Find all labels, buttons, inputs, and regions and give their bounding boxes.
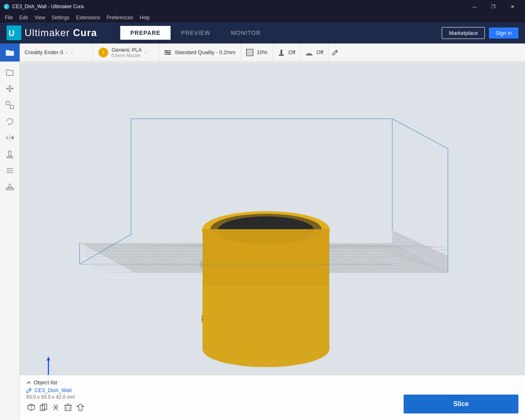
svg-rect-15: [279, 55, 284, 56]
logo-product: Cura: [70, 27, 97, 38]
save-icon: [76, 403, 84, 411]
object-flip-icon[interactable]: [51, 402, 61, 412]
svg-rect-33: [9, 151, 11, 156]
object-list-label: Object list: [34, 379, 57, 386]
svg-line-105: [30, 389, 31, 390]
signin-button[interactable]: Sign in: [489, 27, 518, 39]
device-section: Creality Ender-3 ‹ ›: [20, 43, 94, 61]
svg-rect-34: [7, 157, 13, 158]
open-file-button[interactable]: [2, 65, 17, 80]
svg-marker-32: [11, 136, 14, 140]
menu-help[interactable]: Help: [137, 14, 153, 21]
plate-button[interactable]: [2, 180, 17, 194]
app-icon: C: [3, 3, 10, 10]
object-cube-icon[interactable]: [26, 402, 36, 412]
infill-value: 10%: [257, 49, 267, 55]
support-tool-button[interactable]: [2, 147, 17, 162]
material-section[interactable]: ! Generic PLA 0.6mm Nozzle ‹: [94, 43, 159, 61]
svg-point-7: [165, 50, 167, 52]
support-icon: [278, 49, 285, 56]
device-arrow-right[interactable]: ›: [71, 50, 73, 55]
layer-icon: [5, 166, 14, 175]
material-info: Generic PLA 0.6mm Nozzle: [112, 47, 142, 58]
move-button[interactable]: [2, 81, 17, 96]
adhesion-icon: [306, 49, 313, 56]
close-button[interactable]: ✕: [503, 0, 522, 13]
svg-marker-24: [6, 87, 8, 90]
layer-button[interactable]: [2, 163, 17, 178]
menu-file[interactable]: File: [2, 14, 16, 21]
device-arrow-left[interactable]: ‹: [66, 50, 68, 55]
menu-edit[interactable]: Edit: [16, 14, 31, 21]
menu-preferences[interactable]: Preferences: [103, 14, 137, 21]
svg-rect-26: [6, 101, 9, 105]
logo-text: Ultimaker Cura: [25, 27, 97, 39]
window-controls: — ❐ ✕: [465, 0, 522, 13]
edit-icon: [332, 49, 338, 56]
marketplace-button[interactable]: Marketplace: [442, 27, 485, 39]
infill-section[interactable]: 10%: [241, 43, 273, 61]
material-sub: 0.6mm Nozzle: [112, 53, 142, 58]
open-file-icon: [5, 68, 14, 77]
3d-scene: [20, 62, 525, 420]
svg-rect-111: [65, 405, 71, 411]
object-name-row: CE3_Dish_Wall: [26, 387, 518, 393]
menu-view[interactable]: View: [31, 14, 48, 21]
mirror-button[interactable]: [2, 130, 17, 145]
window-title: CE3_Dish_Wall - Ultimaker Cura: [12, 4, 84, 9]
adhesion-label: Off: [316, 49, 323, 55]
svg-point-9: [169, 53, 170, 55]
header-right: Marketplace Sign in: [442, 27, 518, 39]
viewport[interactable]: Object list CE3_Dish_Wall 93.0 x 93.0 x …: [20, 62, 525, 420]
material-arrow[interactable]: ‹: [145, 50, 147, 55]
tab-preview[interactable]: PREVIEW: [171, 26, 221, 40]
device-name: Creality Ender-3: [25, 49, 63, 55]
quality-section[interactable]: Standard Quality - 0.2mm: [159, 43, 241, 61]
material-name: Generic PLA: [112, 47, 142, 53]
support-section[interactable]: Off: [273, 43, 301, 61]
svg-marker-25: [11, 87, 14, 90]
duplicate-icon: [39, 403, 48, 411]
svg-marker-116: [77, 404, 84, 411]
infill-icon: [246, 49, 253, 56]
quality-icon: [164, 49, 171, 56]
open-folder-button[interactable]: [0, 43, 20, 62]
nav-tabs: PREPARE PREVIEW MONITOR: [120, 26, 271, 40]
object-list-header[interactable]: Object list: [26, 379, 518, 386]
restore-button[interactable]: ❐: [484, 0, 503, 13]
edit-settings-button[interactable]: [329, 43, 342, 62]
settings-bar: Creality Ender-3 ‹ › ! Generic PLA 0.6mm…: [0, 43, 525, 62]
svg-marker-29: [8, 123, 10, 125]
minimize-button[interactable]: —: [465, 0, 484, 13]
remove-icon: [64, 403, 72, 411]
tab-prepare[interactable]: PREPARE: [120, 26, 171, 40]
object-duplicate-icon[interactable]: [39, 402, 48, 412]
rotate-icon: [5, 117, 14, 126]
svg-text:U: U: [9, 29, 14, 38]
svg-rect-38: [6, 188, 14, 190]
svg-marker-23: [9, 90, 11, 92]
titlebar: C CE3_Dish_Wall - Ultimaker Cura — ❐ ✕: [0, 0, 525, 13]
scale-button[interactable]: [2, 98, 17, 112]
object-save-icon[interactable]: [75, 402, 85, 412]
svg-text:C: C: [5, 5, 8, 9]
title-left: C CE3_Dish_Wall - Ultimaker Cura: [3, 3, 84, 10]
pencil-icon: [26, 388, 32, 393]
support-label: Off: [288, 49, 295, 55]
svg-line-28: [9, 105, 10, 105]
cube-icon: [27, 403, 35, 411]
svg-marker-39: [8, 184, 12, 187]
menu-extensions[interactable]: Extensions: [73, 14, 103, 21]
object-name[interactable]: CE3_Dish_Wall: [34, 387, 72, 393]
logo-icon: U: [7, 25, 21, 40]
object-remove-icon[interactable]: [63, 402, 73, 412]
adhesion-section[interactable]: Off: [301, 43, 329, 61]
menu-settings[interactable]: Settings: [48, 14, 73, 21]
header: U Ultimaker Cura PREPARE PREVIEW MONITOR…: [0, 22, 525, 43]
chevron-up-icon: [26, 380, 31, 385]
flip-icon: [52, 403, 60, 411]
slice-button[interactable]: Slice: [404, 395, 518, 413]
tab-monitor[interactable]: MONITOR: [221, 26, 271, 40]
svg-marker-31: [6, 136, 9, 140]
rotate-button[interactable]: [2, 114, 17, 129]
